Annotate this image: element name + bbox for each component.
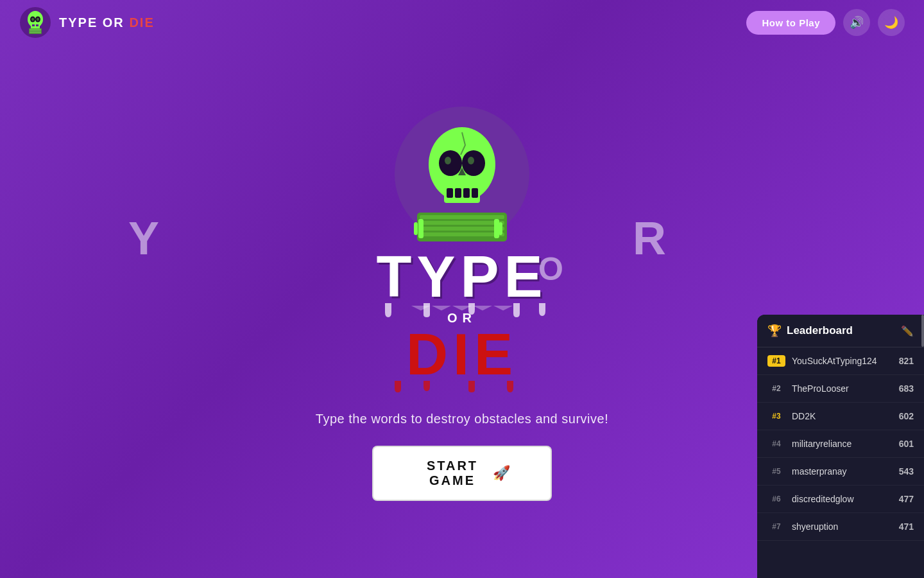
leaderboard-row: #7shyeruption471 (757, 513, 924, 541)
leaderboard-row: #5masterpranay543 (757, 458, 924, 486)
player-score: 601 (899, 439, 914, 449)
subtitle: Type the words to destroy obstacles and … (316, 412, 608, 426)
player-name: masterpranay (792, 466, 893, 477)
svg-point-31 (445, 157, 451, 164)
svg-point-29 (439, 150, 462, 176)
svg-rect-27 (463, 188, 470, 198)
leaderboard-row: #2TheProLooser683 (757, 375, 924, 403)
leaderboard-row: #3DD2K602 (757, 403, 924, 430)
leaderboard-row: #1YouSuckAtTyping124821 (757, 347, 924, 375)
svg-rect-20 (414, 222, 418, 235)
scrollbar-indicator (921, 315, 924, 347)
rank-badge: #3 (767, 410, 785, 422)
player-score: 602 (899, 411, 914, 421)
player-score: 477 (899, 494, 914, 504)
svg-point-30 (462, 150, 485, 176)
player-name: YouSuckAtTyping124 (792, 356, 893, 366)
rank-badge: #7 (767, 521, 785, 532)
svg-rect-28 (472, 188, 478, 198)
leaderboard-rows: #1YouSuckAtTyping124821#2TheProLooser683… (757, 347, 924, 541)
svg-rect-17 (420, 227, 504, 231)
trophy-icon: 🏆 (767, 324, 782, 338)
title-area: TYPE OR DIE (376, 248, 547, 383)
player-score: 543 (899, 466, 914, 477)
rank-badge: #4 (767, 438, 785, 450)
rocket-icon: 🚀 (493, 465, 512, 482)
edit-icon[interactable]: ✏️ (901, 325, 914, 337)
player-score: 471 (899, 521, 914, 532)
leaderboard-header: 🏆 Leaderboard ✏️ (757, 315, 924, 347)
leaderboard-title: 🏆 Leaderboard (767, 324, 853, 338)
player-score: 683 (899, 383, 914, 394)
player-name: shyeruption (792, 521, 893, 532)
title-die-wrapper: DIE (376, 326, 547, 383)
rank-badge: #5 (767, 466, 785, 477)
svg-point-32 (468, 157, 474, 164)
player-name: TheProLooser (792, 383, 893, 394)
leaderboard-row: #4militaryreliance601 (757, 430, 924, 458)
svg-rect-26 (455, 188, 461, 198)
start-game-button[interactable]: START GAME 🚀 (372, 446, 552, 501)
svg-rect-25 (447, 188, 453, 198)
leaderboard-row: #6discreditedglow477 (757, 486, 924, 513)
svg-rect-18 (420, 232, 504, 236)
svg-rect-19 (418, 219, 424, 238)
svg-rect-15 (420, 215, 504, 219)
title-die: DIE (376, 326, 547, 383)
skull-illustration (391, 103, 533, 245)
title-type: TYPE (376, 248, 547, 306)
leaderboard[interactable]: 🏆 Leaderboard ✏️ #1YouSuckAtTyping124821… (757, 315, 924, 578)
player-name: DD2K (792, 411, 893, 421)
player-score: 821 (899, 356, 914, 366)
svg-rect-22 (499, 222, 502, 235)
svg-rect-21 (494, 219, 499, 238)
svg-rect-16 (420, 221, 504, 225)
player-name: militaryreliance (792, 439, 893, 449)
start-game-label: START GAME (412, 459, 493, 488)
rank-badge: #2 (767, 383, 785, 394)
rank-badge: #6 (767, 493, 785, 505)
rank-badge: #1 (767, 355, 785, 367)
player-name: discreditedglow (792, 494, 893, 504)
